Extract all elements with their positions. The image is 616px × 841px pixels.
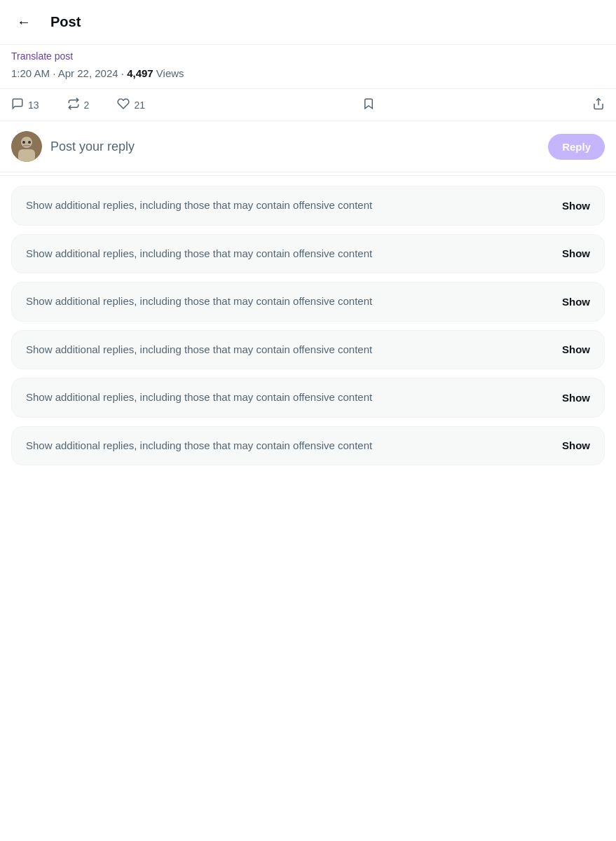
avatar-image: [11, 131, 42, 162]
svg-rect-7: [25, 144, 29, 144]
like-action[interactable]: 21: [117, 97, 145, 112]
offensive-content-card: Show additional replies, including those…: [11, 330, 605, 370]
comment-action[interactable]: 13: [11, 97, 39, 112]
share-action[interactable]: [592, 97, 605, 112]
share-icon: [592, 97, 605, 112]
bookmark-icon: [362, 97, 375, 112]
like-count: 21: [134, 100, 145, 111]
offensive-content-text: Show additional replies, including those…: [26, 294, 551, 310]
show-replies-button[interactable]: Show: [562, 439, 590, 451]
back-button[interactable]: ←: [11, 8, 36, 36]
svg-point-5: [28, 141, 31, 144]
bookmark-action[interactable]: [362, 97, 375, 112]
replies-section: Show additional replies, including those…: [0, 179, 616, 472]
user-avatar: [11, 131, 42, 162]
offensive-content-card: Show additional replies, including those…: [11, 186, 605, 226]
header: ← Post: [0, 0, 616, 45]
show-replies-button[interactable]: Show: [562, 296, 590, 308]
offensive-content-text: Show additional replies, including those…: [26, 198, 551, 214]
comment-icon: [11, 97, 24, 112]
reply-placeholder-text[interactable]: Post your reply: [50, 139, 540, 154]
back-arrow-icon: ←: [17, 14, 31, 30]
views-label: Views: [153, 67, 184, 79]
retweet-count: 2: [84, 100, 90, 111]
reply-compose-area: Post your reply Reply: [0, 121, 616, 172]
translate-link[interactable]: Translate post: [11, 50, 605, 62]
reply-button[interactable]: Reply: [548, 134, 605, 160]
action-bar: 13 2 21: [0, 89, 616, 121]
section-divider: [0, 175, 616, 176]
show-replies-button[interactable]: Show: [562, 392, 590, 404]
offensive-content-text: Show additional replies, including those…: [26, 342, 551, 358]
post-timestamp: 1:20 AM · Apr 22, 2024 · 4,497 Views: [11, 67, 184, 79]
views-count: 4,497: [127, 67, 153, 79]
show-replies-button[interactable]: Show: [562, 343, 590, 355]
offensive-content-card: Show additional replies, including those…: [11, 426, 605, 466]
svg-point-4: [22, 141, 25, 144]
timestamp-text: 1:20 AM · Apr 22, 2024 ·: [11, 67, 127, 79]
offensive-content-text: Show additional replies, including those…: [26, 390, 551, 406]
offensive-content-text: Show additional replies, including those…: [26, 246, 551, 262]
svg-rect-3: [18, 149, 35, 162]
retweet-icon: [67, 97, 80, 112]
page-title: Post: [50, 14, 81, 30]
offensive-content-card: Show additional replies, including those…: [11, 282, 605, 322]
post-meta: Translate post 1:20 AM · Apr 22, 2024 · …: [0, 45, 616, 89]
offensive-content-card: Show additional replies, including those…: [11, 234, 605, 274]
show-replies-button[interactable]: Show: [562, 200, 590, 212]
offensive-content-text: Show additional replies, including those…: [26, 438, 551, 454]
like-icon: [117, 97, 130, 112]
show-replies-button[interactable]: Show: [562, 247, 590, 259]
svg-rect-6: [23, 145, 30, 146]
retweet-action[interactable]: 2: [67, 97, 90, 112]
offensive-content-card: Show additional replies, including those…: [11, 378, 605, 418]
comment-count: 13: [28, 100, 39, 111]
